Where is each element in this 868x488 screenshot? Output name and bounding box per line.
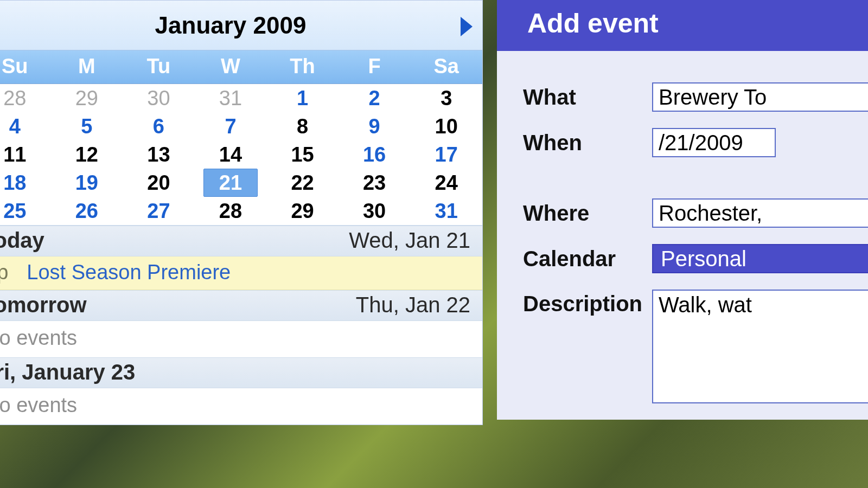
calendar-day[interactable]: 19 xyxy=(51,169,123,197)
dow-cell: M xyxy=(51,50,123,84)
calendar-day[interactable]: 30 xyxy=(339,197,411,225)
dow-cell: Th xyxy=(266,50,339,84)
next-month-arrow-icon[interactable] xyxy=(461,17,473,36)
calendar-day[interactable]: 15 xyxy=(266,140,339,169)
agenda-section-header[interactable]: Fri, January 23 xyxy=(0,357,482,388)
calendar-month-title: January 2009 xyxy=(155,12,307,39)
calendar-day[interactable]: 3 xyxy=(410,84,482,112)
calendar-day[interactable]: 29 xyxy=(266,197,339,225)
calendar-day[interactable]: 18 xyxy=(0,169,51,197)
calendar-day[interactable]: 16 xyxy=(339,140,411,169)
calendar-day[interactable]: 11 xyxy=(0,140,51,169)
calendar-day[interactable]: 31 xyxy=(195,84,267,112)
calendar-day[interactable]: 7 xyxy=(195,112,267,140)
calendar-panel: January 2009 SuMTuWThFSa 282930311234567… xyxy=(0,0,483,425)
calendar-day[interactable]: 1 xyxy=(266,84,339,112)
dow-cell: Sa xyxy=(410,50,482,84)
calendar-day[interactable]: 28 xyxy=(195,197,267,225)
agenda-list: TodayWed, Jan 218pLost Season PremiereTo… xyxy=(0,225,482,425)
calendar-day[interactable]: 26 xyxy=(51,197,123,225)
calendar-day[interactable]: 31 xyxy=(410,197,482,225)
input-what[interactable] xyxy=(652,82,868,112)
calendar-day[interactable]: 9 xyxy=(339,112,411,140)
add-event-form: What When Where Calendar Personal Descri… xyxy=(497,51,868,403)
calendar-day[interactable]: 25 xyxy=(0,197,51,225)
calendar-day[interactable]: 29 xyxy=(51,84,123,112)
calendar-day[interactable]: 8 xyxy=(266,112,339,140)
calendar-day[interactable]: 14 xyxy=(195,140,267,169)
dow-cell: Tu xyxy=(123,50,195,84)
label-what: What xyxy=(523,85,652,110)
agenda-section-header[interactable]: TomorrowThu, Jan 22 xyxy=(0,290,482,321)
calendar-day[interactable]: 23 xyxy=(339,169,411,197)
input-description[interactable] xyxy=(652,290,868,403)
calendar-day[interactable]: 30 xyxy=(123,84,195,112)
input-when[interactable] xyxy=(652,128,776,157)
calendar-day[interactable]: 21 xyxy=(195,169,267,197)
calendar-day[interactable]: 24 xyxy=(410,169,482,197)
add-event-title: Add event xyxy=(497,0,868,51)
calendar-day[interactable]: 12 xyxy=(51,140,123,169)
calendar-day[interactable]: 27 xyxy=(123,197,195,225)
calendar-day[interactable]: 6 xyxy=(123,112,195,140)
agenda-section-header[interactable]: TodayWed, Jan 21 xyxy=(0,226,482,256)
dow-cell: Su xyxy=(0,50,51,84)
calendar-day[interactable]: 5 xyxy=(51,112,123,140)
calendar-day[interactable]: 22 xyxy=(266,169,339,197)
label-description: Description xyxy=(523,290,652,316)
calendar-day[interactable]: 4 xyxy=(0,112,51,140)
agenda-event[interactable]: 8pLost Season Premiere xyxy=(0,256,482,290)
label-when: When xyxy=(523,131,652,155)
calendar-day[interactable]: 10 xyxy=(410,112,482,140)
calendar-titlebar: January 2009 xyxy=(0,1,482,50)
select-calendar[interactable]: Personal xyxy=(652,244,868,273)
input-where[interactable] xyxy=(652,198,868,228)
calendar-day[interactable]: 17 xyxy=(410,140,482,169)
agenda-empty: No events xyxy=(0,388,482,425)
calendar-grid: 2829303112345678910111213141516171819202… xyxy=(0,84,482,225)
day-of-week-header: SuMTuWThFSa xyxy=(0,50,482,84)
calendar-day[interactable]: 20 xyxy=(123,169,195,197)
agenda-empty: No events xyxy=(0,321,482,357)
add-event-panel: Add event What When Where Calendar Perso… xyxy=(497,0,868,420)
label-calendar: Calendar xyxy=(523,247,652,271)
dow-cell: F xyxy=(339,50,411,84)
calendar-day[interactable]: 28 xyxy=(0,84,51,112)
dow-cell: W xyxy=(195,50,267,84)
label-where: Where xyxy=(523,201,652,226)
calendar-day[interactable]: 13 xyxy=(123,140,195,169)
calendar-day[interactable]: 2 xyxy=(339,84,411,112)
